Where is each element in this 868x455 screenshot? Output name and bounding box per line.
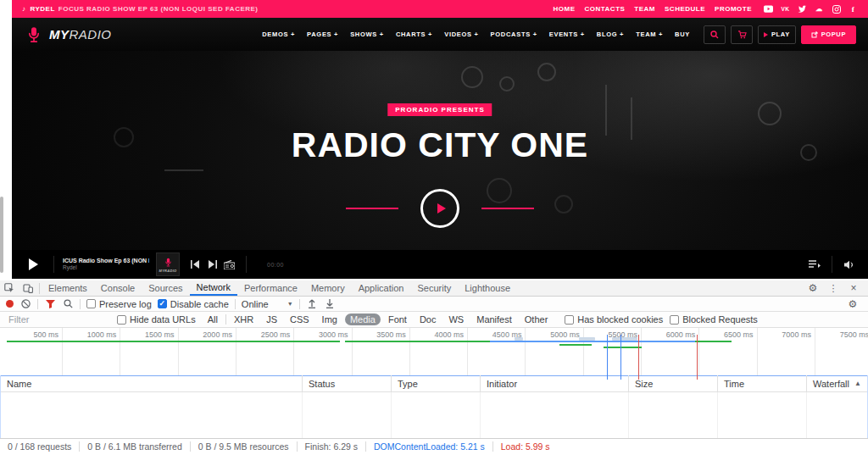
previous-track-button[interactable] <box>186 256 203 273</box>
filter-pill-js[interactable]: JS <box>261 314 282 325</box>
menu-item-podcasts[interactable]: PODCASTS + <box>491 31 537 38</box>
checkbox-unchecked <box>117 315 126 325</box>
filter-pill-media[interactable]: Media <box>345 314 381 325</box>
timeline-gridline <box>698 328 699 375</box>
topbar-link-home[interactable]: HOME <box>554 5 576 13</box>
disable-cache-checkbox[interactable]: ✓ Disable cache <box>158 299 229 309</box>
filter-funnel-icon[interactable] <box>44 297 56 312</box>
menu-item-videos[interactable]: VIDEOS + <box>444 31 478 38</box>
filter-pill-manifest[interactable]: Manifest <box>471 314 517 325</box>
tab-performance[interactable]: Performance <box>237 280 304 296</box>
filter-pill-css[interactable]: CSS <box>285 314 314 325</box>
tab-network[interactable]: Network <box>190 280 237 296</box>
filter-pill-ws[interactable]: WS <box>443 314 469 325</box>
popup-button[interactable]: POPUP <box>801 25 856 44</box>
radio-icon[interactable] <box>220 256 237 273</box>
topbar-link-team[interactable]: TEAM <box>634 5 655 13</box>
hero-play-button[interactable] <box>420 189 459 228</box>
cart-button[interactable] <box>731 25 753 44</box>
filter-pill-img[interactable]: Img <box>317 314 342 325</box>
body-column-size <box>628 392 717 439</box>
topbar-link-contacts[interactable]: CONTACTS <box>585 5 626 13</box>
play-button[interactable]: PLAY <box>758 25 796 44</box>
hide-data-urls-checkbox[interactable]: Hide data URLs <box>117 314 196 325</box>
filter-pill-xhr[interactable]: XHR <box>229 314 259 325</box>
has-blocked-cookies-checkbox[interactable]: Has blocked cookies <box>565 314 663 325</box>
page-scrollbar-thumb[interactable] <box>0 197 3 273</box>
soundcloud-icon[interactable]: ☁ <box>815 4 824 14</box>
preserve-log-label: Preserve log <box>99 299 152 309</box>
instagram-icon[interactable] <box>832 4 841 14</box>
volume-icon[interactable] <box>841 256 858 273</box>
tab-application[interactable]: Application <box>352 280 411 296</box>
requests-table-body[interactable] <box>1 392 867 439</box>
column-header-time[interactable]: Time <box>717 375 806 391</box>
playlist-icon[interactable] <box>806 256 823 273</box>
import-har-icon[interactable] <box>306 297 318 312</box>
menu-item-blog[interactable]: BLOG + <box>597 31 624 38</box>
myradio-logo[interactable]: MYRADIO <box>24 25 112 45</box>
menu-item-pages[interactable]: PAGES + <box>307 31 338 38</box>
site-navbar: MYRADIO DEMOS + PAGES + SHOWS + CHARTS +… <box>12 18 868 51</box>
menu-item-events[interactable]: EVENTS + <box>549 31 585 38</box>
tab-lighthouse[interactable]: Lighthouse <box>458 280 517 296</box>
tab-security[interactable]: Security <box>410 280 458 296</box>
menu-item-team[interactable]: TEAM + <box>636 31 663 38</box>
facebook-icon[interactable]: f <box>849 4 858 14</box>
filter-pill-doc[interactable]: Doc <box>415 314 442 325</box>
main-menu: DEMOS + PAGES + SHOWS + CHARTS + VIDEOS … <box>262 31 690 38</box>
mixer-knob <box>499 76 515 92</box>
record-button[interactable] <box>6 300 14 308</box>
player-track-artist: Rydel <box>63 264 149 271</box>
menu-item-demos[interactable]: DEMOS + <box>262 31 295 38</box>
menu-item-buy[interactable]: BUY <box>675 31 690 38</box>
sort-ascending-icon: ▲ <box>851 380 861 387</box>
youtube-icon[interactable] <box>764 4 773 14</box>
column-header-status[interactable]: Status <box>302 375 391 391</box>
filter-input[interactable] <box>7 314 110 326</box>
divider <box>246 256 247 273</box>
tab-console[interactable]: Console <box>94 280 142 296</box>
logo-text-light: RADIO <box>70 27 112 42</box>
column-header-waterfall[interactable]: Waterfall ▲ <box>806 375 867 391</box>
inspect-element-icon[interactable] <box>0 280 19 296</box>
microphone-icon <box>163 257 174 268</box>
tab-memory[interactable]: Memory <box>304 280 352 296</box>
close-devtools-icon[interactable]: × <box>844 280 863 296</box>
column-header-initiator[interactable]: Initiator <box>480 375 628 391</box>
column-header-type[interactable]: Type <box>391 375 480 391</box>
menu-item-shows[interactable]: SHOWS + <box>350 31 384 38</box>
filter-pill-font[interactable]: Font <box>383 314 412 325</box>
filter-pill-all[interactable]: All <box>203 314 223 325</box>
column-header-name[interactable]: Name <box>1 375 302 391</box>
overview-green-segment <box>559 344 592 346</box>
body-column-status <box>302 392 391 439</box>
tab-elements[interactable]: Elements <box>42 280 94 296</box>
next-track-button[interactable] <box>203 256 220 273</box>
filter-pill-other[interactable]: Other <box>520 314 554 325</box>
throttling-dropdown[interactable]: Online ▼ <box>242 299 293 309</box>
kebab-menu-icon[interactable]: ⋮ <box>824 280 843 296</box>
search-button[interactable] <box>704 25 726 44</box>
topbar-link-schedule[interactable]: SCHEDULE <box>665 5 705 13</box>
player-play-button[interactable] <box>29 258 38 270</box>
chevron-down-icon: ▼ <box>287 301 293 307</box>
vk-icon[interactable]: VK <box>781 4 790 14</box>
export-har-icon[interactable] <box>324 297 336 312</box>
menu-item-charts[interactable]: CHARTS + <box>396 31 432 38</box>
clear-icon[interactable] <box>19 297 31 312</box>
preserve-log-checkbox[interactable]: Preserve log <box>86 299 152 309</box>
column-header-size[interactable]: Size <box>628 375 717 391</box>
network-settings-gear-icon[interactable]: ⚙ <box>843 297 862 312</box>
twitter-icon[interactable] <box>798 4 807 14</box>
play-icon <box>437 203 446 214</box>
blocked-requests-checkbox[interactable]: Blocked Requests <box>670 314 758 325</box>
topbar-link-promote[interactable]: PROMOTE <box>715 5 752 13</box>
network-overview[interactable]: 500 ms1000 ms1500 ms2000 ms2500 ms3000 m… <box>0 328 868 376</box>
network-search-icon[interactable] <box>62 297 74 312</box>
device-toolbar-icon[interactable] <box>19 280 37 296</box>
player-track-meta: ICUS Radio Show Ep 63 (NON LOQUI SED F R… <box>63 258 149 272</box>
tab-sources[interactable]: Sources <box>142 280 189 296</box>
divider <box>225 314 226 325</box>
settings-gear-icon[interactable]: ⚙ <box>804 280 822 296</box>
